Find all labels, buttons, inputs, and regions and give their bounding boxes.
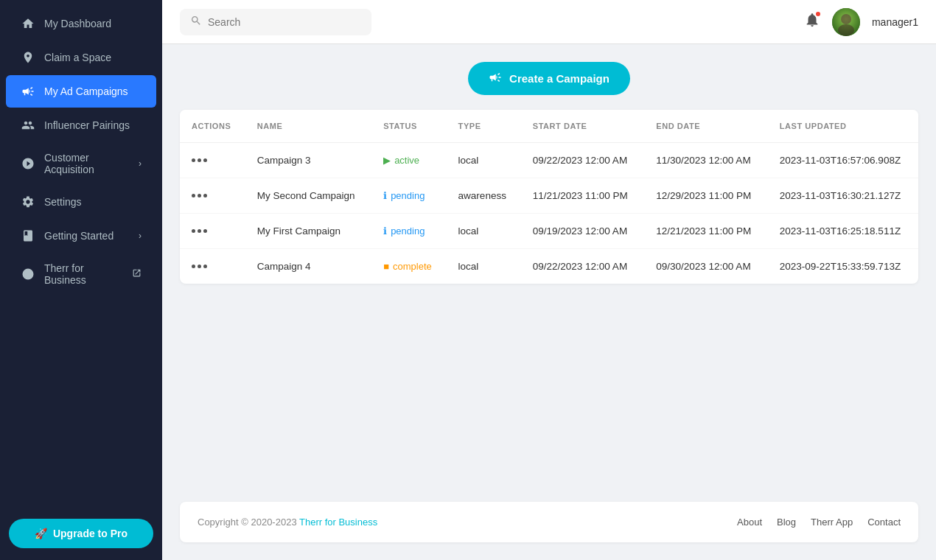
row-status: ℹpending [371, 214, 446, 249]
target-icon [21, 156, 35, 171]
row-start-date: 11/21/2023 11:00 PM [521, 178, 645, 214]
therr-icon [21, 267, 35, 281]
actions-dots[interactable] [192, 194, 234, 197]
row-last-updated: 2023-11-03T16:57:06.908Z [768, 143, 918, 178]
col-name: NAME [245, 110, 371, 143]
sidebar-item-customer-acquisition[interactable]: Customer Acquisition › [6, 143, 156, 184]
col-type: TYPE [447, 110, 521, 143]
footer-link[interactable]: Blog [777, 517, 796, 528]
status-badge: ▶active [383, 155, 419, 166]
table-row: My First Campaignℹpendinglocal09/19/2023… [180, 214, 918, 249]
row-name: Campaign 4 [245, 249, 371, 284]
footer: Copyright © 2020-2023 Therr for Business… [180, 502, 918, 542]
row-type: local [447, 214, 521, 249]
campaigns-table: ACTIONS NAME STATUS TYPE START DATE END … [180, 110, 918, 284]
row-start-date: 09/22/2023 12:00 AM [521, 249, 645, 284]
actions-dots[interactable] [192, 265, 234, 268]
row-end-date: 12/21/2023 11:00 PM [644, 214, 768, 249]
copyright-text: Copyright © 2020-2023 [198, 517, 299, 528]
main-content: manager1 Create a Campaign ACTIONS NAME … [162, 0, 936, 560]
sidebar-item-label: Influencer Pairings [44, 119, 130, 131]
svg-point-3 [838, 24, 854, 36]
row-actions[interactable] [180, 178, 245, 214]
row-end-date: 09/30/2023 12:00 AM [644, 249, 768, 284]
search-icon [190, 15, 202, 29]
sidebar: My Dashboard Claim a Space My Ad Campaig… [0, 0, 162, 560]
row-start-date: 09/22/2023 12:00 AM [521, 143, 645, 178]
status-icon: ℹ [383, 225, 387, 237]
username[interactable]: manager1 [872, 16, 918, 28]
sidebar-nav: My Dashboard Claim a Space My Ad Campaig… [0, 0, 162, 507]
create-campaign-label: Create a Campaign [509, 72, 610, 85]
footer-link[interactable]: About [737, 517, 762, 528]
row-actions[interactable] [180, 249, 245, 284]
rocket-icon: 🚀 [35, 528, 47, 539]
row-status: ℹpending [371, 178, 446, 214]
row-name: My Second Campaign [245, 178, 371, 214]
search-box [180, 9, 371, 35]
sidebar-item-getting-started[interactable]: Getting Started › [6, 220, 156, 252]
topbar: manager1 [162, 0, 936, 44]
row-status: ■complete [371, 249, 446, 284]
sidebar-item-claim-space[interactable]: Claim a Space [6, 41, 156, 74]
row-name: Campaign 3 [245, 143, 371, 178]
col-end-date: END DATE [644, 110, 768, 143]
row-actions[interactable] [180, 214, 245, 249]
footer-therr-link[interactable]: Therr for Business [299, 517, 377, 528]
svg-point-0 [23, 269, 34, 280]
notification-dot [814, 10, 822, 18]
chevron-right-icon: › [139, 158, 142, 169]
footer-copyright: Copyright © 2020-2023 Therr for Business [198, 517, 377, 528]
row-actions[interactable] [180, 143, 245, 178]
create-button-wrapper: Create a Campaign [180, 62, 918, 95]
col-status: STATUS [371, 110, 446, 143]
chevron-right-icon: › [139, 231, 142, 241]
search-input[interactable] [208, 16, 361, 28]
footer-links: AboutBlogTherr AppContact [737, 517, 901, 528]
row-last-updated: 2023-09-22T15:33:59.713Z [768, 249, 918, 284]
sidebar-item-label: Therr for Business [44, 262, 123, 286]
notification-bell[interactable] [804, 12, 820, 32]
claim-icon [21, 50, 35, 65]
row-type: local [447, 249, 521, 284]
influencer-icon [21, 118, 35, 133]
status-icon: ▶ [383, 155, 391, 166]
col-start-date: START DATE [521, 110, 645, 143]
row-last-updated: 2023-11-03T16:25:18.511Z [768, 214, 918, 249]
sidebar-item-label: Claim a Space [44, 52, 111, 63]
table-header: ACTIONS NAME STATUS TYPE START DATE END … [180, 110, 918, 143]
upgrade-button[interactable]: 🚀 Upgrade to Pro [9, 519, 153, 548]
status-icon: ■ [383, 261, 389, 272]
avatar[interactable] [832, 8, 860, 36]
row-status: ▶active [371, 143, 446, 178]
row-name: My First Campaign [245, 214, 371, 249]
sidebar-item-label: My Dashboard [44, 18, 111, 29]
row-end-date: 11/30/2023 12:00 AM [644, 143, 768, 178]
status-badge: ℹpending [383, 225, 425, 237]
sidebar-item-label: Settings [44, 196, 82, 208]
sidebar-item-settings[interactable]: Settings [6, 186, 156, 218]
row-last-updated: 2023-11-03T16:30:21.127Z [768, 178, 918, 214]
row-end-date: 12/29/2023 11:00 PM [644, 178, 768, 214]
topbar-right: manager1 [804, 8, 918, 36]
sidebar-item-therr-business[interactable]: Therr for Business [6, 253, 156, 295]
campaigns-table-card: ACTIONS NAME STATUS TYPE START DATE END … [180, 110, 918, 284]
megaphone-icon [489, 71, 502, 86]
external-link-icon [132, 268, 142, 280]
create-campaign-button[interactable]: Create a Campaign [468, 62, 630, 95]
actions-dots[interactable] [192, 229, 234, 233]
table-row: My Second Campaignℹpendingawareness11/21… [180, 178, 918, 214]
sidebar-item-ad-campaigns[interactable]: My Ad Campaigns [6, 75, 156, 108]
sidebar-item-dashboard[interactable]: My Dashboard [6, 7, 156, 40]
megaphone-icon [21, 84, 35, 99]
footer-link[interactable]: Therr App [811, 517, 853, 528]
table-row: Campaign 4■completelocal09/22/2023 12:00… [180, 249, 918, 284]
row-start-date: 09/19/2023 12:00 AM [521, 214, 645, 249]
footer-link[interactable]: Contact [867, 517, 901, 528]
status-badge: ℹpending [383, 190, 425, 201]
col-actions: ACTIONS [180, 110, 245, 143]
sidebar-item-influencer-pairings[interactable]: Influencer Pairings [6, 109, 156, 141]
status-badge: ■complete [383, 261, 432, 272]
table-body: Campaign 3▶activelocal09/22/2023 12:00 A… [180, 143, 918, 284]
actions-dots[interactable] [192, 158, 234, 162]
